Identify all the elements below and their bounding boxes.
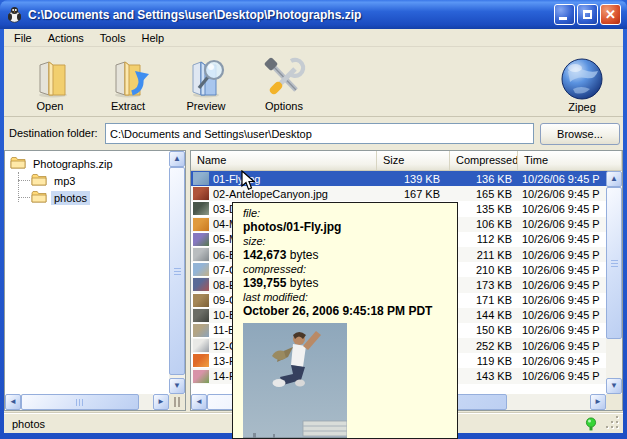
file-compressed-cell: 210 KB — [450, 264, 518, 276]
menu-item-file[interactable]: File — [6, 31, 40, 45]
file-thumbnail-icon — [193, 218, 209, 231]
extract-folder-arrow-icon — [106, 56, 150, 100]
panel-splitter[interactable] — [169, 394, 185, 410]
tooltip-modified-label: last modified: — [243, 291, 457, 304]
list-scroll-down-icon[interactable]: ▼ — [606, 378, 622, 394]
file-compressed-cell: 173 KB — [450, 279, 518, 291]
file-time-cell: 10/26/06 9:45 P — [518, 294, 608, 306]
close-icon[interactable]: ✕ — [600, 4, 621, 25]
file-compressed-cell: 211 KB — [450, 249, 518, 261]
file-compressed-cell: 106 KB — [450, 218, 518, 230]
folder-tree-panel: Photographs.zipmp3photos ▲ ▼ ◄ ► — [4, 150, 186, 411]
file-compressed-cell: 112 KB — [450, 233, 518, 245]
list-scroll-up-icon[interactable]: ▲ — [606, 171, 622, 187]
file-compressed-cell: 171 KB — [450, 294, 518, 306]
file-time-cell: 10/26/06 9:45 P — [518, 264, 608, 276]
menu-bar: FileActionsToolsHelp — [4, 29, 623, 47]
file-compressed-cell: 252 KB — [450, 340, 518, 352]
file-thumbnail-icon — [193, 278, 209, 291]
status-text: photos — [12, 418, 45, 430]
file-thumbnail-icon — [193, 233, 209, 246]
menu-item-help[interactable]: Help — [134, 31, 173, 45]
tree-root-label: Photographs.zip — [30, 157, 116, 171]
file-thumbnail-icon — [193, 339, 209, 352]
list-vscroll-thumb[interactable] — [606, 187, 622, 339]
toolbar-button-options[interactable]: Options — [252, 47, 316, 116]
browse-button[interactable]: Browse... — [540, 123, 620, 145]
column-header-size[interactable]: Size — [377, 151, 450, 170]
tooltip-file-label: file: — [243, 207, 457, 220]
globe-icon — [559, 57, 605, 101]
folder-icon — [10, 156, 26, 171]
zipeg-penguin-icon — [6, 6, 23, 23]
app-window: C:\Documents and Settings\user\Desktop\P… — [0, 0, 627, 439]
tree-scroll-up-icon[interactable]: ▲ — [169, 151, 185, 167]
destination-label: Destination folder: — [9, 127, 98, 139]
column-header-compressed[interactable]: Compressed — [450, 151, 518, 170]
resize-grip[interactable] — [607, 417, 620, 430]
tree-item-photos[interactable]: photos — [5, 189, 169, 206]
maximize-icon[interactable] — [577, 4, 598, 25]
toolbar-button-open[interactable]: Open — [18, 47, 82, 116]
list-scroll-right-icon[interactable]: ► — [590, 394, 606, 410]
mouse-cursor-icon — [241, 170, 255, 193]
crossed-tools-icon — [262, 56, 306, 100]
file-thumbnail-icon — [193, 202, 209, 215]
file-compressed-cell: 135 KB — [450, 203, 518, 215]
toolbar-button-label: Open — [37, 100, 64, 112]
list-scroll-left-icon[interactable]: ◄ — [191, 394, 207, 410]
file-time-cell: 10/26/06 9:45 P — [518, 309, 608, 321]
scrollbar-corner — [606, 394, 622, 410]
tree-vscroll-track[interactable] — [169, 167, 185, 380]
file-thumbnail-icon — [193, 309, 209, 322]
tree-item-root[interactable]: Photographs.zip — [5, 155, 169, 172]
toolbar-button-preview[interactable]: Preview — [174, 47, 238, 116]
file-thumbnail-icon — [193, 187, 209, 200]
tree-vscroll-thumb[interactable] — [169, 167, 185, 375]
file-compressed-cell: 150 KB — [450, 324, 518, 336]
destination-folder-input[interactable] — [105, 123, 534, 144]
file-time-cell: 10/26/06 9:45 P — [518, 279, 608, 291]
file-name-cell: 02-AntelopeCanyon.jpg — [191, 187, 377, 200]
file-time-cell: 10/26/06 9:45 P — [518, 340, 608, 352]
tree-connector — [18, 180, 30, 181]
file-size-cell: 167 KB — [377, 188, 450, 200]
toolbar-button-extract[interactable]: Extract — [96, 47, 160, 116]
toolbar-button-label: Options — [265, 100, 303, 112]
tree-item-label: photos — [51, 191, 90, 205]
tree-connector — [18, 197, 30, 198]
jumping-person-photo — [243, 323, 347, 438]
list-vscroll-track[interactable] — [606, 187, 622, 380]
file-thumbnail-icon — [193, 324, 209, 337]
file-compressed-cell: 165 KB — [450, 188, 518, 200]
file-compressed-cell: 136 KB — [450, 173, 518, 185]
folder-icon — [31, 190, 47, 205]
file-thumbnail-icon — [193, 172, 209, 185]
tree-item-mp3[interactable]: mp3 — [5, 172, 169, 189]
folder-tree: Photographs.zipmp3photos — [5, 151, 169, 394]
open-folder-icon — [28, 56, 72, 100]
file-time-cell: 10/26/06 9:45 P — [518, 355, 608, 367]
tree-item-label: mp3 — [51, 174, 78, 188]
splitter-grip-icon — [172, 397, 182, 407]
file-time-cell: 10/26/06 9:45 P — [518, 173, 608, 185]
column-header-name[interactable]: Name — [191, 151, 377, 170]
preview-folder-magnifier-icon — [184, 56, 228, 100]
tree-scroll-left-icon[interactable]: ◄ — [5, 394, 21, 410]
menu-item-actions[interactable]: Actions — [40, 31, 92, 45]
tree-hscroll-track[interactable] — [21, 394, 153, 410]
toolbar-button-zipeg[interactable]: Zipeg — [547, 47, 617, 117]
file-thumbnail-icon — [193, 294, 209, 307]
tree-scroll-right-icon[interactable]: ► — [153, 394, 169, 410]
tree-scroll-down-icon[interactable]: ▼ — [169, 378, 185, 394]
file-time-cell: 10/26/06 9:45 P — [518, 218, 608, 230]
tree-hscroll-thumb[interactable] — [21, 394, 139, 410]
column-header-time[interactable]: Time — [518, 151, 622, 170]
menu-item-tools[interactable]: Tools — [92, 31, 134, 45]
tooltip-file-value: photos/01-Fly.jpg — [243, 220, 457, 235]
toolbar-button-label: Extract — [111, 100, 145, 112]
minimize-icon[interactable] — [554, 4, 575, 25]
green-light-icon — [585, 417, 597, 434]
file-compressed-cell: 119 KB — [450, 355, 518, 367]
title-bar[interactable]: C:\Documents and Settings\user\Desktop\P… — [0, 0, 627, 29]
